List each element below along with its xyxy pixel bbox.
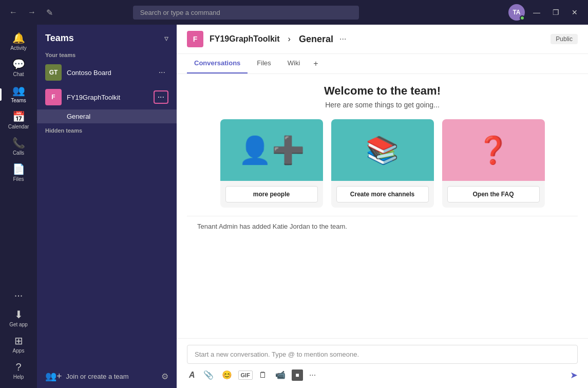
calendar-icon: 📅: [12, 112, 25, 122]
sidebar-item-teams[interactable]: 👥 Teams: [0, 81, 37, 107]
meeting-icon[interactable]: 📹: [273, 368, 288, 382]
sidebar-item-calendar-label: Calendar: [8, 124, 29, 130]
sidebar-item-apps[interactable]: ⊞ Apps: [0, 331, 37, 358]
close-button[interactable]: ✕: [567, 6, 582, 19]
welcome-area: Welcome to the team! Here are some thing…: [177, 74, 588, 338]
hidden-teams-label: Hidden teams: [37, 123, 177, 136]
create-channels-button[interactable]: Create more channels: [336, 186, 429, 202]
top-right: TA — ❐ ✕: [508, 4, 582, 21]
add-tab-button[interactable]: +: [309, 54, 322, 73]
compose-area: Start a new conversation. Type @ to ment…: [177, 338, 588, 388]
tabs-bar: Conversations Files Wiki +: [177, 54, 588, 74]
send-button[interactable]: ➤: [570, 369, 578, 381]
teams-panel: Teams ▿ Your teams GT Contoso Board ··· …: [37, 25, 177, 388]
sidebar-item-calls[interactable]: 📞 Calls: [0, 134, 37, 160]
welcome-subtitle: Here are some things to get going...: [187, 101, 578, 109]
join-icon: 👥+: [45, 371, 62, 382]
sidebar-item-teams-label: Teams: [11, 98, 26, 103]
fy19-avatar: F: [45, 89, 62, 105]
apps-icon: ⊞: [14, 336, 23, 346]
channel-team-name: FY19GraphToolkit: [210, 34, 280, 44]
sticker-icon[interactable]: 🗒: [257, 368, 269, 382]
sidebar-item-apps-label: Apps: [13, 348, 25, 354]
get-app-icon: ⬇: [14, 309, 23, 320]
card-create-channels: 📚 Create more channels: [331, 119, 434, 208]
settings-icon[interactable]: ⚙: [161, 372, 168, 381]
team-channel-avatar: F: [187, 31, 203, 47]
main-layout: 🔔 Activity 💬 Chat 👥 Teams 📅 Calendar 📞 C…: [0, 25, 588, 388]
sidebar-item-chat-label: Chat: [13, 71, 24, 77]
sidebar-item-get-app-label: Get app: [9, 322, 28, 327]
card-add-people: 👤➕ more people: [220, 119, 323, 208]
add-people-button[interactable]: more people: [225, 186, 318, 202]
fy19-name: FY19GraphToolkit: [67, 94, 148, 101]
cards-row: 👤➕ more people 📚 Create more channels ❓: [187, 119, 578, 208]
minimize-button[interactable]: —: [529, 6, 544, 19]
public-badge: Public: [551, 34, 578, 44]
files-icon: 📄: [12, 164, 25, 174]
compose-tools: A 📎 😊 GIF 🗒 📹 ■ ··· ➤: [187, 368, 578, 382]
search-input[interactable]: [140, 9, 352, 16]
team-item-fy19[interactable]: F FY19GraphToolkit ···: [37, 85, 177, 109]
search-bar[interactable]: [133, 6, 359, 20]
top-bar: ← → ✎ TA — ❐ ✕: [0, 0, 588, 25]
contoso-avatar: GT: [45, 64, 62, 81]
sidebar-item-calls-label: Calls: [13, 150, 24, 156]
gif-icon[interactable]: GIF: [238, 371, 253, 380]
compose-box[interactable]: Start a new conversation. Type @ to ment…: [187, 345, 578, 364]
help-icon: ?: [15, 362, 21, 372]
format-text-icon[interactable]: A: [187, 368, 197, 382]
activity-message: Tenant Admin has added Katie Jordan to t…: [187, 216, 578, 236]
attach-icon[interactable]: 📎: [201, 368, 216, 382]
main-content: F FY19GraphToolkit › General ··· Public …: [177, 25, 588, 388]
teams-header: Teams ▿: [37, 25, 177, 48]
tab-wiki[interactable]: Wiki: [280, 54, 308, 73]
sidebar-item-more[interactable]: ···: [10, 285, 27, 305]
tab-files[interactable]: Files: [250, 54, 278, 73]
card-create-channels-image: 📚: [331, 119, 434, 181]
card-add-people-image: 👤➕: [220, 119, 323, 181]
sidebar-nav: 🔔 Activity 💬 Chat 👥 Teams 📅 Calendar 📞 C…: [0, 25, 37, 388]
emoji-icon[interactable]: 😊: [220, 368, 234, 382]
channel-header: F FY19GraphToolkit › General ··· Public: [177, 25, 588, 54]
open-faq-button[interactable]: Open the FAQ: [447, 186, 540, 202]
tab-conversations[interactable]: Conversations: [187, 54, 248, 73]
maximize-button[interactable]: ❐: [548, 6, 563, 19]
back-button[interactable]: ←: [6, 6, 21, 19]
compose-button[interactable]: ✎: [43, 6, 56, 20]
forward-button[interactable]: →: [25, 6, 39, 19]
sidebar-item-calendar[interactable]: 📅 Calendar: [0, 107, 37, 134]
calls-icon: 📞: [12, 138, 25, 148]
join-or-create-team[interactable]: 👥+ Join or create a team ⚙: [37, 364, 177, 388]
team-item-contoso[interactable]: GT Contoso Board ···: [37, 60, 177, 85]
sidebar-item-files-label: Files: [13, 176, 24, 182]
fy19-more-button[interactable]: ···: [154, 90, 168, 104]
your-teams-label: Your teams: [37, 48, 177, 60]
channel-name: General: [299, 34, 333, 45]
card-open-faq-image: ❓: [442, 119, 545, 181]
teams-icon: 👥: [12, 85, 25, 96]
welcome-title: Welcome to the team!: [187, 84, 578, 98]
more-options-icon[interactable]: ···: [307, 368, 318, 382]
channel-item-general[interactable]: General: [37, 109, 177, 123]
teams-title: Teams: [45, 33, 74, 44]
channel-more-icon[interactable]: ···: [339, 34, 346, 44]
sidebar-item-activity[interactable]: 🔔 Activity: [0, 29, 37, 55]
contoso-name: Contoso Board: [67, 69, 150, 77]
sidebar-item-help-label: Help: [13, 374, 24, 380]
filter-icon[interactable]: ▿: [164, 33, 168, 43]
sidebar-item-chat[interactable]: 💬 Chat: [0, 55, 37, 81]
card-open-faq: ❓ Open the FAQ: [442, 119, 545, 208]
sidebar-item-activity-label: Activity: [10, 45, 27, 51]
sidebar-item-help[interactable]: ? Help: [0, 358, 37, 384]
channel-separator: ›: [288, 34, 291, 44]
avatar[interactable]: TA: [508, 4, 525, 21]
avatar-status: [520, 15, 525, 21]
sidebar-item-files[interactable]: 📄 Files: [0, 160, 37, 186]
highlight-icon[interactable]: ■: [292, 369, 303, 381]
contoso-more-button[interactable]: ···: [156, 67, 168, 78]
activity-icon: 🔔: [12, 33, 25, 43]
sidebar-item-get-app[interactable]: ⬇ Get app: [0, 305, 37, 331]
chat-icon: 💬: [12, 59, 25, 69]
